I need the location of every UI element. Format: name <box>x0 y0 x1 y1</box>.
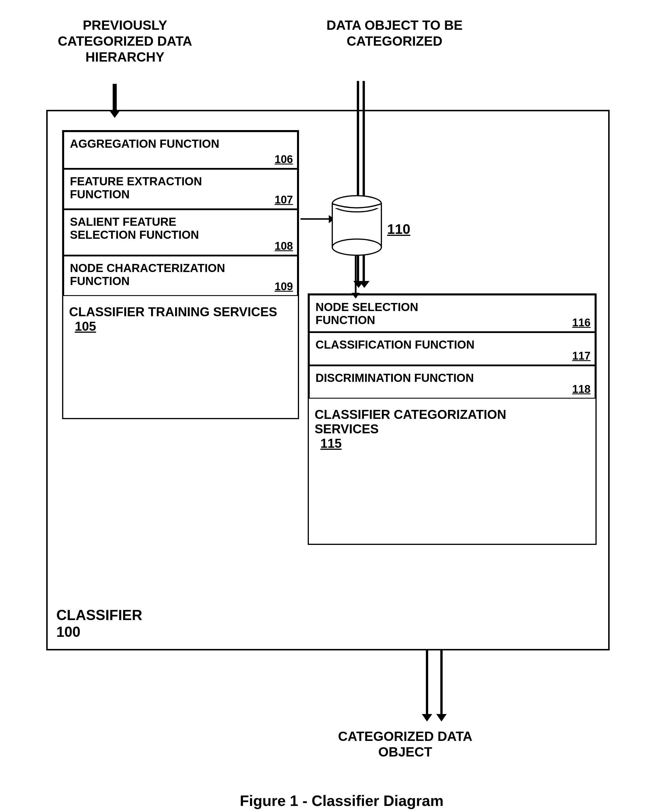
node-selection-label: NODE SELECTIONFUNCTION <box>316 301 418 326</box>
categorization-services-label: CLASSIFIER CATEGORIZATIONSERVICES 115 <box>309 399 595 454</box>
classification-function-ref: 117 <box>572 350 590 362</box>
label-categorized-data-object: CATEGORIZED DATAOBJECT <box>338 728 472 760</box>
classifier-training-ref: 105 <box>69 319 292 334</box>
feature-extraction-box: FEATURE EXTRACTIONFUNCTION 107 <box>63 169 298 209</box>
discrimination-function-box: DISCRIMINATION FUNCTION 118 <box>309 365 595 399</box>
figure-label: Figure 1 - Classifier Diagram <box>240 792 444 809</box>
node-characterization-ref: 109 <box>275 281 293 293</box>
database-cylinder <box>329 192 384 257</box>
salient-feature-label: SALIENT FEATURESELECTION FUNCTION <box>70 215 199 241</box>
aggregation-function-ref: 106 <box>275 153 293 166</box>
aggregation-function-label: AGGREGATION FUNCTION <box>70 137 219 150</box>
arrow-cat-out-double <box>422 650 447 722</box>
node-characterization-box: NODE CHARACTERIZATIONFUNCTION 109 <box>63 256 298 296</box>
arrow-db-to-cat-box <box>355 256 357 293</box>
node-selection-ref: 116 <box>572 316 590 329</box>
classification-function-label: CLASSIFICATION FUNCTION <box>316 338 475 351</box>
feature-extraction-ref: 107 <box>275 194 293 206</box>
classifier-label-inside: CLASSIFIER 100 <box>56 607 142 640</box>
diagram-container: PREVIOUSLYCATEGORIZED DATAHIERARCHY DATA… <box>23 17 630 783</box>
salient-feature-box: SALIENT FEATURESELECTION FUNCTION 108 <box>63 209 298 256</box>
label-data-obj-to-be-cat: DATA OBJECT TO BECATEGORIZED <box>327 17 462 49</box>
node-selection-box: NODE SELECTIONFUNCTION 116 <box>309 295 595 332</box>
aggregation-function-box: AGGREGATION FUNCTION 106 <box>63 131 298 169</box>
categorization-services-ref: 115 <box>314 436 590 450</box>
node-characterization-label: NODE CHARACTERIZATIONFUNCTION <box>70 262 225 287</box>
feature-extraction-label: FEATURE EXTRACTIONFUNCTION <box>70 175 202 201</box>
discrimination-function-label: DISCRIMINATION FUNCTION <box>316 371 474 384</box>
salient-feature-ref: 108 <box>275 240 293 252</box>
categorization-services-box: NODE SELECTIONFUNCTION 116 CLASSIFICATIO… <box>308 293 596 545</box>
classifier-training-services-label: CLASSIFIER TRAINING SERVICES 105 <box>63 296 298 337</box>
training-services-box: AGGREGATION FUNCTION 106 FEATURE EXTRACT… <box>62 130 299 419</box>
svg-point-2 <box>332 239 381 255</box>
classifier-box: AGGREGATION FUNCTION 106 FEATURE EXTRACT… <box>46 110 610 650</box>
arrow-salient-to-db <box>300 218 329 220</box>
classification-function-box: CLASSIFICATION FUNCTION 117 <box>309 332 595 365</box>
label-prev-cat-hierarchy: PREVIOUSLYCATEGORIZED DATAHIERARCHY <box>58 17 192 65</box>
database-ref: 110 <box>387 221 410 237</box>
discrimination-function-ref: 118 <box>572 383 590 396</box>
